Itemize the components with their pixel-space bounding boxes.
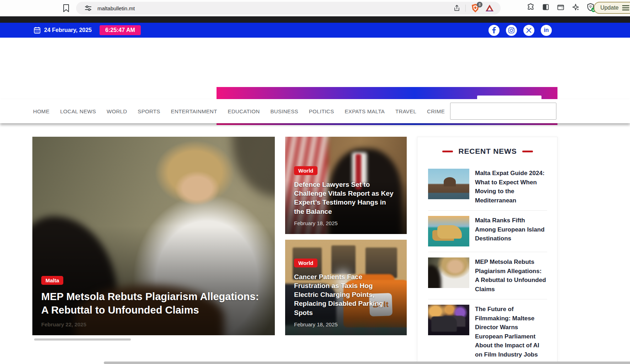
category-tag-malta[interactable]: Malta [41,276,63,285]
address-bar[interactable]: maltabulletin.mt 8 [76,2,501,15]
nav-item-world[interactable]: WORLD [107,108,127,114]
nav-item-entertainment[interactable]: ENTERTAINMENT [171,108,217,114]
nav-item-business[interactable]: BUSINESS [271,108,298,114]
linkedin-icon[interactable]: in [541,25,552,36]
wallet-icon[interactable] [557,3,565,11]
nav-item-expats-malta[interactable]: EXPATS MALTA [345,108,385,114]
nav-item-home[interactable]: HOME [33,108,49,114]
article-date: February 18, 2025 [294,220,338,226]
recent-item-metsola[interactable]: MEP Metsola Rebuts Plagiarism Allegation… [428,252,547,299]
extensions-icon[interactable] [527,3,535,11]
window-gap [0,16,630,23]
heading-dash [442,151,453,152]
instagram-icon[interactable] [506,25,517,36]
nav-item-sports[interactable]: SPORTS [138,108,160,114]
recent-item-title: Malta Ranks Fifth Among European Island … [475,216,547,243]
calendar-icon [34,27,41,34]
sidebar-icon[interactable] [542,3,550,11]
thumbnail-valletta-skyline [428,169,469,199]
divider [465,5,466,12]
shield-badge-count: 8 [477,2,482,7]
article-title: Cancer Patients Face Frustration as Taxi… [294,272,398,317]
recent-item-island-ranking[interactable]: Malta Ranks Fifth Among European Island … [428,211,547,252]
browser-toolbar: maltabulletin.mt 8 [0,0,630,16]
category-tag-world[interactable]: World [294,166,317,175]
article-date: February 18, 2025 [294,321,338,327]
recent-item-filmmaking[interactable]: The Future of Filmmaking: Maltese Direct… [428,299,547,364]
date-text: 24 February, 2025 [44,27,92,33]
time-badge: 6:25:47 AM [100,25,141,35]
social-links: in [488,25,552,36]
recent-item-title: Malta Expat Guide 2024: What to Expect W… [475,169,547,205]
article-defence-lawyers[interactable]: World Defence Lawyers Set to Challenge V… [285,137,407,234]
category-tag-world[interactable]: World [294,259,317,267]
recent-news-panel: RECENT NEWS Malta Expat Guide 2024: What… [417,137,557,364]
article-title: Defence Lawyers Set to Challenge Vitals … [294,180,398,216]
vpn-shield-icon[interactable] [587,3,594,11]
url-text[interactable]: maltabulletin.mt [97,5,453,11]
nav-item-politics[interactable]: POLITICS [309,108,334,114]
x-twitter-icon[interactable] [523,25,534,36]
site-permissions-icon[interactable] [85,5,92,12]
leo-ai-icon[interactable] [572,3,580,11]
featured-article-date: February 22, 2025 [41,321,86,327]
thumbnail-metsola [428,257,469,288]
search-input[interactable] [450,103,556,120]
recent-item-title: MEP Metsola Rebuts Plagiarism Allegation… [475,257,547,294]
menu-icon [622,5,629,11]
brave-rewards-icon[interactable] [485,4,494,12]
recent-news-title: RECENT NEWS [459,147,517,156]
nav-item-travel[interactable]: TRAVEL [395,108,416,114]
site-topbar: 24 February, 2025 6:25:47 AM in [0,23,630,38]
brave-shield-icon[interactable]: 8 [471,4,480,13]
heading-dash [522,151,533,152]
update-label: Update [600,5,619,11]
date-display: 24 February, 2025 [34,27,92,34]
article-cancer-patients[interactable]: Bolt World Cancer Patients Face Frustrat… [285,240,407,335]
recent-item-expat-guide[interactable]: Malta Expat Guide 2024: What to Expect W… [428,163,547,211]
share-icon[interactable] [453,5,460,12]
facebook-icon[interactable] [488,25,500,36]
nav-item-local-news[interactable]: LOCAL NEWS [60,108,96,114]
main-navigation: HOME LOCAL NEWS WORLD SPORTS ENTERTAINME… [0,99,630,123]
thumbnail-coastal-fort [428,216,469,246]
recent-news-heading: RECENT NEWS [428,147,547,156]
featured-divider [34,338,131,341]
site-header: MALTA BULLETIN Place Your advertisement … [0,38,630,99]
featured-article-title: MEP Metsola Rebuts Plagiarism Allegation… [41,290,265,317]
update-button[interactable]: Update [594,2,630,14]
featured-article[interactable]: Malta MEP Metsola Rebuts Plagiarism Alle… [32,137,275,335]
nav-item-education[interactable]: EDUCATION [228,108,260,114]
recent-item-title: The Future of Filmmaking: Maltese Direct… [475,305,547,359]
horizontal-scrollbar[interactable] [104,362,630,364]
thumbnail-film-camera [428,305,469,335]
nav-item-crime[interactable]: CRIME [427,108,445,114]
bookmark-icon[interactable] [61,3,71,13]
